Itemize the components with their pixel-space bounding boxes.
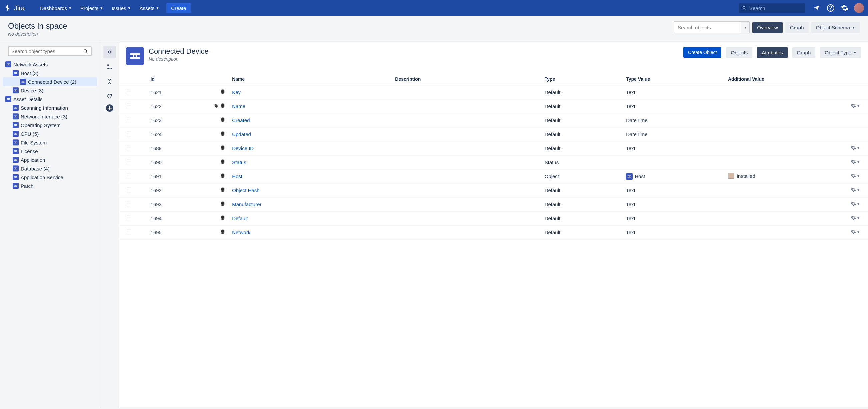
attr-description	[392, 170, 542, 183]
search-objects[interactable]: ▼	[674, 21, 750, 33]
drag-handle[interactable]	[127, 160, 131, 166]
svg-point-93	[221, 134, 224, 136]
svg-point-59	[128, 91, 128, 92]
create-object-button[interactable]: Create Object	[683, 47, 721, 58]
svg-point-20	[8, 99, 9, 100]
nav-dashboards[interactable]: Dashboards▼	[37, 3, 75, 13]
notifications-icon[interactable]	[812, 3, 822, 13]
tree-node[interactable]: CPU (5)	[3, 129, 97, 138]
drag-handle[interactable]	[127, 174, 131, 180]
tree-node[interactable]: Operating System	[3, 121, 97, 129]
attr-name[interactable]: Name	[229, 99, 392, 113]
svg-point-155	[128, 234, 128, 235]
svg-point-136	[130, 204, 130, 204]
svg-line-5	[86, 52, 88, 53]
object-type-button[interactable]: Object Type▼	[820, 47, 861, 58]
svg-point-56	[134, 55, 137, 58]
attr-name[interactable]: Device ID	[229, 142, 392, 155]
attributes-tab[interactable]: Attributes	[757, 47, 787, 58]
global-search[interactable]	[739, 3, 805, 13]
tree-node[interactable]: Patch	[3, 181, 97, 190]
attr-type: Default	[542, 226, 624, 239]
svg-point-88	[130, 134, 130, 134]
collapse-sidebar-button[interactable]	[103, 46, 116, 58]
row-settings-button[interactable]: ▼	[851, 145, 860, 150]
main-layout: Network AssetsHost (3)Connected Device (…	[0, 42, 868, 407]
drag-handle[interactable]	[127, 230, 131, 236]
tree-node[interactable]: Host (3)	[3, 69, 97, 78]
drag-handle[interactable]	[127, 202, 131, 208]
create-button[interactable]: Create	[166, 3, 191, 13]
svg-point-113	[130, 173, 130, 174]
overview-tab[interactable]: Overview	[752, 22, 783, 33]
attr-id: 1694	[148, 211, 196, 226]
tree-node[interactable]: Database (4)	[3, 164, 97, 173]
drag-handle[interactable]	[127, 146, 131, 152]
row-settings-button[interactable]: ▼	[851, 173, 860, 178]
object-type-icon	[13, 131, 19, 137]
tree-node[interactable]: File System	[3, 138, 97, 147]
drag-handle[interactable]	[127, 90, 131, 96]
tree-node[interactable]: Scanning Information	[3, 104, 97, 112]
row-settings-button[interactable]: ▼	[851, 215, 860, 221]
sidebar-search-input[interactable]	[11, 48, 83, 54]
user-avatar[interactable]	[854, 3, 864, 13]
nav-projects[interactable]: Projects▼	[77, 3, 106, 13]
sidebar-search[interactable]	[8, 47, 92, 56]
drag-handle[interactable]	[127, 118, 131, 124]
svg-point-32	[16, 134, 16, 135]
drag-handle[interactable]	[127, 188, 131, 194]
tree-node[interactable]: Network Assets	[3, 60, 97, 69]
collapse-all-button[interactable]	[103, 75, 116, 88]
attr-type-value: Text	[623, 183, 725, 198]
objects-tab[interactable]: Objects	[726, 47, 752, 58]
drag-handle[interactable]	[127, 216, 131, 222]
attr-type-value: Text	[623, 85, 725, 99]
attribute-row: 1689Device IDDefaultText▼	[119, 142, 868, 155]
tree-node[interactable]: Network Interface (3)	[3, 112, 97, 121]
nav-assets[interactable]: Assets▼	[136, 3, 162, 13]
tree-view-button[interactable]	[103, 60, 116, 73]
object-schema-button[interactable]: Object Schema▼	[811, 22, 860, 33]
tree-node[interactable]: License	[3, 147, 97, 155]
logo-text: Jira	[14, 4, 25, 12]
attributes-table: Id Name Description Type Type Value Addi…	[119, 73, 868, 239]
attr-name[interactable]: Host	[229, 170, 392, 183]
attr-name[interactable]: Network	[229, 226, 392, 239]
search-objects-input[interactable]	[674, 22, 741, 33]
row-settings-button[interactable]: ▼	[851, 103, 860, 109]
attr-name[interactable]: Key	[229, 85, 392, 99]
nav-issues[interactable]: Issues▼	[108, 3, 134, 13]
jira-logo[interactable]: Jira	[4, 4, 25, 12]
attr-name[interactable]: Manufacturer	[229, 198, 392, 211]
help-icon[interactable]	[826, 3, 835, 13]
tree-node[interactable]: Connected Device (2)	[3, 78, 97, 86]
tree-node[interactable]: Asset Details	[3, 95, 97, 104]
svg-point-131	[221, 189, 224, 190]
row-settings-button[interactable]: ▼	[851, 229, 860, 235]
attr-name[interactable]: Default	[229, 211, 392, 226]
drag-handle[interactable]	[127, 104, 131, 110]
row-settings-button[interactable]: ▼	[851, 159, 860, 165]
add-button[interactable]	[106, 105, 113, 112]
global-search-input[interactable]	[749, 5, 802, 11]
attr-name[interactable]: Object Hash	[229, 183, 392, 198]
settings-icon[interactable]	[840, 3, 849, 13]
svg-point-133	[128, 201, 128, 202]
tree-node[interactable]: Device (3)	[3, 86, 97, 95]
sync-button[interactable]	[103, 90, 116, 103]
graph-tab-content[interactable]: Graph	[792, 47, 816, 58]
row-settings-button[interactable]: ▼	[851, 201, 860, 206]
search-objects-dropdown[interactable]: ▼	[741, 22, 749, 33]
attr-name[interactable]: Updated	[229, 127, 392, 142]
graph-tab[interactable]: Graph	[785, 22, 809, 33]
attr-type: Status	[542, 155, 624, 170]
attr-type-value: Host	[623, 170, 725, 183]
svg-point-132	[221, 190, 224, 192]
drag-handle[interactable]	[127, 132, 131, 138]
attr-name[interactable]: Created	[229, 113, 392, 127]
attr-name[interactable]: Status	[229, 155, 392, 170]
row-settings-button[interactable]: ▼	[851, 187, 860, 193]
tree-node[interactable]: Application Service	[3, 173, 97, 181]
tree-node[interactable]: Application	[3, 155, 97, 164]
